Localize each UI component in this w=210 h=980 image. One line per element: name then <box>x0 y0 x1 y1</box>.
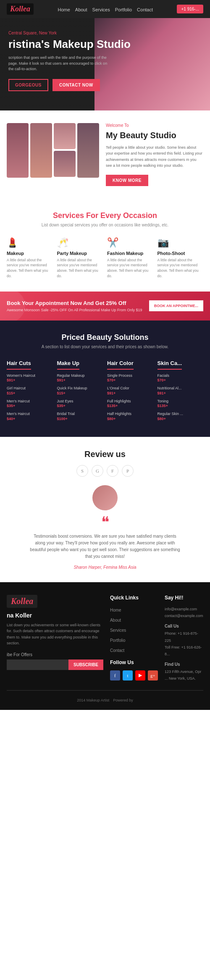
haircuts-title: Hair Cuts <box>7 360 31 370</box>
haircut-item-4: Men's Haircut $40+ <box>7 411 53 421</box>
pricing-title: Priced Beauty Solutions <box>7 333 203 342</box>
footer-email-2: contact@example.com <box>165 614 203 618</box>
hero-title: ristina's Makeup Studio <box>8 38 202 51</box>
footer-brand-desc: List down you achievements or some well-… <box>7 622 103 646</box>
makeup-4-price: $100+ <box>57 417 103 421</box>
nav-phone[interactable]: +1 916-... <box>177 5 203 13</box>
skincare-1-name: Facials <box>158 373 204 378</box>
hero-content: Central Square, New York ristina's Makeu… <box>8 31 202 91</box>
pricing-grid: Hair Cuts Women's Haircut $91+ Girl Hair… <box>7 359 203 424</box>
haircut-1-price: $91+ <box>7 378 53 382</box>
footer-link-about[interactable]: About <box>110 618 121 623</box>
skincare-item-1: Facials $70+ <box>158 373 204 383</box>
photoshoot-icon: 📷 <box>158 237 204 248</box>
footer-tollfree: Toll Free: +1 916-626-8... <box>165 645 202 656</box>
pricing-section: Priced Beauty Solutions A section to lis… <box>0 321 210 437</box>
nav-portfolio[interactable]: Portfolio <box>115 7 132 12</box>
skincare-item-2: Nutritional Al... $91+ <box>158 386 204 395</box>
skincare-3-price: $135+ <box>158 404 204 408</box>
footer: Kollea na Koller List down you achieveme… <box>0 582 210 710</box>
services-section: Services For Every Occasion List down sp… <box>0 199 210 292</box>
service-party-makeup: 🥂 Party Makeup A little detail about the… <box>57 237 103 279</box>
haircut-item-3: Men's Haircut $35+ <box>7 399 53 408</box>
services-title: Services For Every Occasion <box>7 211 203 220</box>
gorgeous-button[interactable]: GORGEOUS <box>8 79 48 91</box>
skincare-item-4: Regular Skin ... $80+ <box>158 411 204 421</box>
footer-link-portfolio[interactable]: Portfolio <box>110 638 126 643</box>
footer-brand-col: Kollea na Koller List down you achieveme… <box>7 595 103 682</box>
haircolor-2-price: $91+ <box>107 391 153 395</box>
makeup-item-4: Bridal Trial $100+ <box>57 411 103 421</box>
skincare-4-price: $80+ <box>158 417 204 421</box>
haircolor-item-4: Half Highlights $80+ <box>107 411 153 421</box>
footer-subscribe-input[interactable] <box>7 659 68 670</box>
fashion-makeup-name: Fashion Makeup <box>107 251 153 256</box>
pricing-subtitle: A section to list down your services and… <box>7 344 203 349</box>
nav-links: Home About Services Portfolio Contact <box>58 5 153 13</box>
nav-logo: Kollea <box>7 3 34 15</box>
about-text: Welcome To My Beauty Studio Tell people … <box>106 123 203 186</box>
skincare-2-name: Nutritional Al... <box>158 386 204 391</box>
footer-link-services[interactable]: Services <box>110 628 126 633</box>
footer-contact-col: Say Hi!! info@example.com contact@exampl… <box>165 595 203 682</box>
review-icon-f[interactable]: F <box>107 465 118 477</box>
makeup-icon: 💄 <box>7 237 53 248</box>
footer-callus-title: Call Us <box>165 623 203 630</box>
about-section: Welcome To My Beauty Studio Tell people … <box>0 110 210 199</box>
about-image-col-2 <box>30 123 52 178</box>
makeup-col-title: Make Up <box>57 360 79 370</box>
footer-googleplus-icon[interactable]: g+ <box>148 670 158 680</box>
contact-now-button[interactable]: CONTACT NOW <box>52 79 100 91</box>
about-image-3 <box>54 123 76 149</box>
nav-about[interactable]: About <box>75 7 87 12</box>
know-more-button[interactable]: KNOW MORE <box>106 175 148 186</box>
banner-decor <box>0 292 25 321</box>
navigation: Kollea Home About Services Portfolio Con… <box>0 0 210 18</box>
footer-facebook-icon[interactable]: f <box>110 670 120 680</box>
about-image-col-4 <box>77 123 99 178</box>
promo-banner: Book Your Appointment Now And Get 25% Of… <box>0 292 210 321</box>
footer-twitter-icon[interactable]: t <box>123 670 133 680</box>
footer-links-list: Home About Services Portfolio Contact <box>110 606 158 654</box>
review-icon-s[interactable]: S <box>76 465 88 477</box>
footer-address: 123 Fifth Avenue, Opr ... New York, USA. <box>165 670 201 680</box>
skincare-3-name: Toning <box>158 399 204 404</box>
book-appointment-button[interactable]: BOOK AN APPOINTME... <box>149 300 203 311</box>
party-makeup-icon: 🥂 <box>57 237 103 248</box>
footer-link-home[interactable]: Home <box>110 608 121 612</box>
review-icon-p[interactable]: P <box>122 465 134 477</box>
footer-subscribe-button[interactable]: SUBSCRIBE <box>68 659 103 670</box>
review-social-icons: S G F P <box>7 465 203 477</box>
footer-findus-title: Find Us <box>165 661 203 668</box>
banner-text: Book Your Appointment Now And Get 25% Of… <box>7 300 142 312</box>
nav-services[interactable]: Services <box>92 7 110 12</box>
makeup-item-2: Quick Fix Makeup $15+ <box>57 386 103 395</box>
service-photoshoot: 📷 Photo-Shoot A little detail about the … <box>158 237 204 279</box>
pricing-col-haircolor: Hair Color Single Process $70+ L'Oreal C… <box>107 359 153 424</box>
haircolor-3-name: Full Highlights <box>107 399 153 404</box>
footer-follow-title: Follow Us <box>110 659 158 665</box>
photoshoot-name: Photo-Shoot <box>158 251 204 256</box>
haircolor-item-1: Single Process $70+ <box>107 373 153 383</box>
skincare-2-price: $91+ <box>158 391 204 395</box>
hero-buttons: GORGEOUS CONTACT NOW <box>8 79 202 91</box>
footer-link-contact[interactable]: Contact <box>110 648 124 653</box>
haircut-2-price: $15+ <box>7 391 53 395</box>
haircolor-2-name: L'Oreal Color <box>107 386 153 391</box>
makeup-name: Makeup <box>7 251 53 256</box>
pricing-col-haircuts: Hair Cuts Women's Haircut $91+ Girl Hair… <box>7 359 53 424</box>
haircut-item-2: Girl Haircut $15+ <box>7 386 53 395</box>
makeup-item-3: Just Eyes $35+ <box>57 399 103 408</box>
about-image-4 <box>54 151 76 177</box>
about-image-5 <box>77 123 99 178</box>
nav-home[interactable]: Home <box>58 7 70 12</box>
footer-youtube-icon[interactable]: ▶ <box>135 670 145 680</box>
makeup-desc: A little detail about the service you've… <box>7 257 53 279</box>
review-icon-g[interactable]: G <box>92 465 103 477</box>
footer-subscribe-row: SUBSCRIBE <box>7 659 103 670</box>
reviewer-avatar <box>92 485 118 510</box>
about-title: My Beauty Studio <box>106 130 203 140</box>
nav-contact[interactable]: Contact <box>137 7 153 12</box>
makeup-4-name: Bridal Trial <box>57 411 103 417</box>
haircut-4-name: Men's Haircut <box>7 411 53 417</box>
